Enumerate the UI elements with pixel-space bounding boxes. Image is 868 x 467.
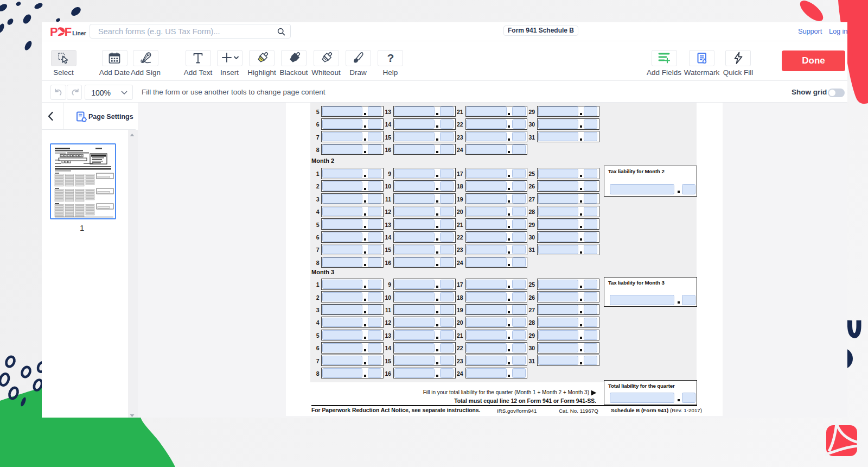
svg-text:?: ? [387, 52, 394, 64]
